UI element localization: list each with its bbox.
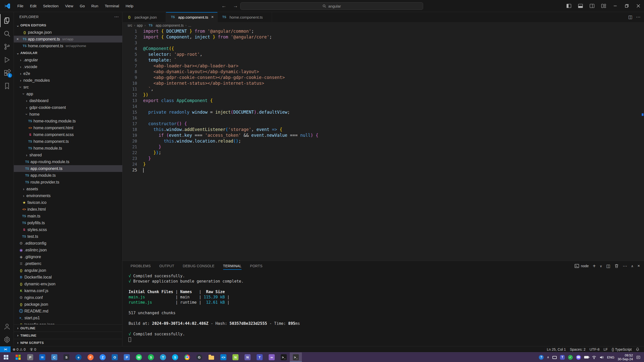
- tree-item-nginx.conf[interactable]: ⚙nginx.conf: [14, 294, 122, 301]
- breadcrumb-item[interactable]: src: [128, 23, 132, 27]
- start-button[interactable]: [0, 352, 12, 362]
- panel-tab-debug-console[interactable]: DEBUG CONSOLE: [183, 261, 215, 271]
- close-button[interactable]: [632, 0, 644, 12]
- panel-tab-output[interactable]: OUTPUT: [159, 261, 174, 271]
- split-terminal-icon[interactable]: ◫: [606, 263, 610, 269]
- taskbar-file-explorer-icon[interactable]: [205, 352, 217, 362]
- tree-item-app.component.ts[interactable]: TSapp.component.ts: [14, 165, 122, 172]
- taskbar-outlook-icon[interactable]: O: [109, 352, 121, 362]
- explorer-more-actions-icon[interactable]: ⋯: [114, 14, 119, 20]
- taskbar-zoom-icon[interactable]: Z: [97, 352, 109, 362]
- toggle-sidebar-icon[interactable]: [563, 0, 575, 12]
- close-panel-icon[interactable]: ×: [637, 263, 640, 268]
- taskbar-firefox-icon[interactable]: F: [85, 352, 97, 362]
- tree-item-dockerfile.local[interactable]: DDockerfile.local: [14, 274, 122, 281]
- taskbar-whatsapp-icon[interactable]: W: [133, 352, 145, 362]
- breadcrumb-item[interactable]: app: [137, 23, 143, 27]
- terminal-output[interactable]: √ Compiled successfully.√ Browser applic…: [123, 271, 644, 346]
- tree-item-assets[interactable]: ›assets: [14, 186, 122, 192]
- viber-tray-icon[interactable]: ☎: [576, 355, 581, 360]
- open-editor-item[interactable]: {}package.json: [14, 29, 122, 36]
- tree-item-.editorconfig[interactable]: ⚙.editorconfig: [14, 240, 122, 247]
- menu-item-selection[interactable]: Selection: [40, 2, 62, 10]
- tree-item-gdpr-cookie-consent[interactable]: ›gdpr-cookie-consent: [14, 104, 122, 111]
- tree-item-package.json[interactable]: {}package.json: [14, 301, 122, 308]
- taskbar-paint-icon[interactable]: P: [24, 352, 36, 362]
- new-terminal-icon[interactable]: +: [593, 263, 596, 269]
- action-center-icon[interactable]: [636, 355, 640, 359]
- tree-item-app.module.ts[interactable]: TSapp.module.ts: [14, 172, 122, 179]
- taskbar-edge-icon[interactable]: e: [72, 352, 85, 362]
- tree-item-dynamic-env.json[interactable]: {}dynamic-env.json: [14, 281, 122, 287]
- tree-item-app-routing.module.ts[interactable]: TSapp-routing.module.ts: [14, 158, 122, 165]
- taskbar-store-icon[interactable]: S: [60, 352, 72, 362]
- wifi-icon[interactable]: [592, 355, 596, 359]
- tree-item-.prettierrc[interactable]: ☰.prettierrc: [14, 260, 122, 267]
- activity-search-icon[interactable]: [0, 27, 14, 40]
- tree-item-home.component.ts[interactable]: TShome.component.ts: [14, 138, 122, 145]
- forward-arrow-icon[interactable]: →: [233, 3, 238, 9]
- tree-item-home[interactable]: ›home: [14, 111, 122, 118]
- kill-terminal-icon[interactable]: [614, 264, 619, 268]
- eol-sequence[interactable]: LF: [601, 347, 610, 351]
- close-tab-icon[interactable]: ×: [211, 15, 214, 20]
- breadcrumb-item[interactable]: app.component.ts: [156, 23, 184, 27]
- tree-item-dashboard[interactable]: ›dashboard: [14, 97, 122, 104]
- activity-run-debug-icon[interactable]: [0, 53, 14, 66]
- project-root-header[interactable]: ⌄ ANGULAR: [14, 49, 122, 57]
- menu-item-view[interactable]: View: [62, 2, 76, 10]
- menu-item-help[interactable]: Help: [122, 2, 137, 10]
- tree-item-readme.md[interactable]: ⓘREADME.md: [14, 308, 122, 314]
- tree-item-route.provider.ts[interactable]: TSroute.provider.ts: [14, 179, 122, 186]
- language-mode[interactable]: {}TypeScript: [610, 347, 634, 351]
- restore-button[interactable]: [621, 0, 632, 12]
- activity-explorer-icon[interactable]: [0, 14, 14, 27]
- activity-settings-gear-icon[interactable]: [0, 333, 14, 346]
- notifications-bell-icon[interactable]: [634, 347, 641, 351]
- section-outline[interactable]: ›OUTLINE: [14, 324, 122, 332]
- activity-extensions-icon[interactable]: 1: [0, 66, 14, 79]
- tree-item-start.ps1[interactable]: >_start.ps1: [14, 314, 122, 321]
- section-timeline[interactable]: ›TIMELINE: [14, 332, 122, 339]
- sync-check-tray-icon[interactable]: ✓: [568, 355, 573, 360]
- tree-item-shared[interactable]: ›shared: [14, 152, 122, 158]
- tree-item-.angular[interactable]: ›.angular: [14, 57, 122, 63]
- taskbar-spotify-icon[interactable]: S: [145, 352, 157, 362]
- terminal-dropdown-icon[interactable]: ∨: [600, 264, 602, 268]
- tree-item-environments[interactable]: ›environments: [14, 192, 122, 199]
- activity-source-control-icon[interactable]: [0, 40, 14, 53]
- remote-indicator[interactable]: ><: [0, 346, 11, 352]
- taskbar-github-icon[interactable]: G: [193, 352, 205, 362]
- taskbar-clock[interactable]: 09:52 30-Sep-24: [618, 353, 633, 361]
- tree-item-.vscode[interactable]: ›.vscode: [14, 63, 122, 70]
- tree-item-favicon.ico[interactable]: ★favicon.ico: [14, 199, 122, 206]
- cursor-position[interactable]: Ln 25, Col 1: [545, 347, 568, 351]
- input-language[interactable]: ENG: [607, 355, 614, 359]
- encoding[interactable]: UTF-8: [587, 347, 601, 351]
- menu-item-edit[interactable]: Edit: [27, 2, 40, 10]
- tree-item-e2e[interactable]: ›e2e: [14, 70, 122, 77]
- breadcrumb[interactable]: src›app›TSapp.component.ts›...: [123, 22, 644, 28]
- panel-tab-ports[interactable]: PORTS: [250, 261, 262, 271]
- code-editor[interactable]: 1import { DOCUMENT } from '@angular/comm…: [123, 28, 644, 261]
- indentation[interactable]: Spaces: 2: [568, 347, 587, 351]
- tree-item-styles.scss[interactable]: Sstyles.scss: [14, 226, 122, 233]
- editor-more-actions-icon[interactable]: ⋯: [636, 14, 640, 20]
- panel-tab-problems[interactable]: PROBLEMS: [131, 261, 151, 271]
- toggle-secondary-sidebar-icon[interactable]: [586, 0, 598, 12]
- maximize-panel-icon[interactable]: ∧: [631, 264, 634, 268]
- open-editor-item[interactable]: ×TSapp.component.tssrc\app: [14, 36, 122, 42]
- customize-layout-icon[interactable]: [598, 0, 609, 12]
- hidden-icons-chevron-icon[interactable]: ∧: [547, 355, 549, 359]
- menu-item-run[interactable]: Run: [88, 2, 102, 10]
- ports-status[interactable]: 0: [28, 346, 38, 352]
- display-tray-icon[interactable]: [552, 356, 557, 359]
- tree-item-karma.conf.js[interactable]: Kkarma.conf.js: [14, 287, 122, 294]
- tree-item-test.ts[interactable]: TStest.ts: [14, 233, 122, 240]
- taskbar-vscode-icon[interactable]: <>: [217, 352, 229, 362]
- terminal-instance-item[interactable]: node: [575, 264, 589, 268]
- taskbar-photos-icon[interactable]: P: [121, 352, 133, 362]
- command-center-search[interactable]: angular: [240, 2, 423, 10]
- section-npm-scripts[interactable]: ›NPM SCRIPTS: [14, 339, 122, 346]
- tab-app-component-ts[interactable]: TSapp.component.ts×: [166, 12, 217, 22]
